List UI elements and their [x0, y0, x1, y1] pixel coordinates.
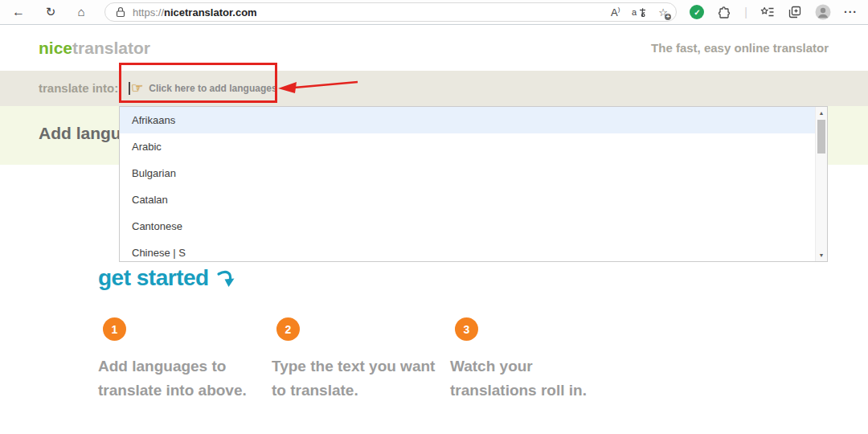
lock-icon — [116, 6, 125, 18]
dropdown-item-cantonese[interactable]: Cantonese — [120, 213, 827, 240]
back-button[interactable]: ← — [6, 2, 31, 23]
step-1-badge: 1 — [103, 317, 126, 341]
translate-icon[interactable]: a — [632, 6, 646, 18]
add-favorite-icon[interactable]: ☆+ — [658, 6, 668, 18]
toolbar-separator: | — [744, 6, 747, 18]
extension-badge-icon[interactable]: ✓ — [690, 5, 704, 19]
add-languages-heading: Add langu — [39, 124, 121, 143]
dropdown-item-bulgarian[interactable]: Bulgarian — [120, 160, 827, 186]
refresh-icon: ↻ — [46, 5, 56, 18]
scrollbar-thumb[interactable] — [817, 120, 825, 154]
site-tagline: The fast, easy online translator — [651, 25, 829, 71]
step-2: 2 Type the text you want to translate. — [272, 317, 465, 403]
step-3-text: Watch your translations roll in. — [450, 354, 643, 403]
dropdown-scrollbar[interactable]: ▲ ▼ — [815, 107, 827, 261]
annotation-arrow — [275, 76, 362, 98]
favorites-hub-icon[interactable] — [760, 5, 775, 19]
url-text: https://nicetranslator.com — [133, 6, 257, 18]
step-1: 1 Add languages to translate into above. — [98, 317, 291, 403]
address-bar[interactable]: https://nicetranslator.com A) a ☆+ — [104, 2, 677, 22]
dropdown-item-chinese-s[interactable]: Chinese | S — [120, 240, 827, 262]
dropdown-item-catalan[interactable]: Catalan — [120, 186, 827, 213]
browser-toolbar: ← ↻ ⌂ https://nicetranslator.com A) a — [0, 0, 868, 25]
profile-avatar[interactable] — [815, 4, 831, 20]
home-icon: ⌂ — [77, 5, 84, 18]
step-1-text: Add languages to translate into above. — [98, 354, 291, 403]
step-3: 3 Watch your translations roll in. — [450, 317, 643, 403]
dropdown-item-arabic[interactable]: Arabic — [120, 133, 827, 160]
step-2-text: Type the text you want to translate. — [272, 354, 465, 403]
highlight-rectangle — [119, 63, 277, 103]
step-3-badge: 3 — [455, 317, 478, 341]
translate-into-label: translate into: — [39, 71, 118, 106]
dropdown-item-afrikaans[interactable]: Afrikaans — [120, 107, 827, 133]
refresh-button[interactable]: ↻ — [39, 2, 63, 23]
scroll-down-icon[interactable]: ▼ — [816, 252, 827, 258]
get-started-heading: get started — [98, 265, 235, 291]
svg-text:a: a — [632, 7, 637, 17]
curved-down-arrow-icon — [216, 268, 235, 289]
home-button[interactable]: ⌂ — [69, 2, 93, 23]
collections-icon[interactable] — [788, 5, 802, 19]
browser-window: ← ↻ ⌂ https://nicetranslator.com A) a — [0, 0, 868, 434]
settings-more-button[interactable]: ··· — [844, 6, 858, 18]
read-aloud-icon[interactable]: A) — [611, 6, 620, 18]
scroll-up-icon[interactable]: ▲ — [816, 110, 827, 116]
step-2-badge: 2 — [276, 317, 300, 341]
extensions-icon[interactable] — [717, 5, 731, 19]
back-icon: ← — [12, 5, 25, 18]
language-dropdown: Afrikaans Arabic Bulgarian Catalan Canto… — [119, 106, 828, 262]
